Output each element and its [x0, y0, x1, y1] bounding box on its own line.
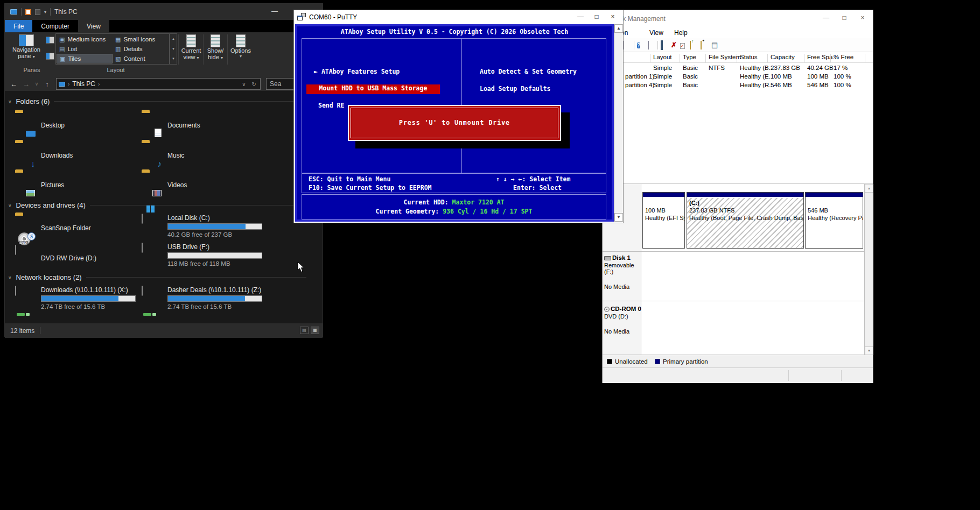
check-document-icon[interactable]: ✓	[680, 41, 685, 49]
menu-item-features[interactable]: ► ATAboy Features Setup	[314, 68, 400, 75]
table-row[interactable]: Simple Basic NTFS Healthy (B... 237.83 G…	[603, 64, 873, 73]
layout-small-icons[interactable]: ▦Small icons	[113, 34, 169, 44]
tile-network-x[interactable]: Downloads (\\10.1.10.111) (X:) 2.74 TB f…	[15, 286, 140, 314]
layout-tiles-selected[interactable]: ▣Tiles	[57, 54, 113, 63]
delete-icon[interactable]: ✗	[671, 41, 677, 49]
up-icon[interactable]: ↑	[41, 80, 53, 88]
diskmgmt-titlebar[interactable]: Disk Management — □ ×	[603, 10, 873, 27]
maximize-button[interactable]: □	[589, 10, 605, 24]
separator	[40, 327, 40, 334]
tile-usb-drive[interactable]: USB Drive (F:) 118 MB free of 118 MB	[142, 243, 267, 271]
breadcrumb[interactable]: This PC	[72, 80, 95, 88]
scroll-up-icon[interactable]: ▲	[614, 24, 623, 33]
minimize-button[interactable]: —	[572, 10, 589, 24]
recent-locations-icon[interactable]: ∨	[33, 81, 40, 87]
tile-downloads[interactable]: ↓ Downloads	[15, 143, 140, 171]
devices-section-header[interactable]: ∨ Devices and drives (4)	[8, 201, 310, 209]
layout-content[interactable]: ▧Content	[113, 54, 169, 63]
col-type[interactable]: Type	[683, 54, 696, 60]
tile-videos[interactable]: Videos	[142, 172, 267, 200]
gallery-more-icon[interactable]: ▼	[170, 54, 177, 64]
scroll-down-icon[interactable]: ▼	[865, 346, 873, 355]
col-capacity[interactable]: Capacity	[771, 54, 795, 60]
putty-titlebar[interactable]: COM60 - PuTTY — □ ×	[294, 10, 623, 24]
scroll-down-icon[interactable]: ▼	[614, 213, 623, 222]
terminal-screen[interactable]: ATAboy Setup Utility V 0.5 - Copyright (…	[295, 24, 614, 222]
rescan-icon[interactable]	[661, 41, 663, 49]
layout-details[interactable]: ▥Details	[113, 44, 169, 54]
tile-network-z[interactable]: Dasher Deals (\\10.1.10.111) (Z:) 2.74 T…	[142, 286, 267, 314]
layout-medium-icons[interactable]: ▣Medium icons	[57, 34, 113, 44]
col-status[interactable]: Status	[740, 54, 758, 60]
disk1-label[interactable]: Disk 1 Removable (F:) No Media	[603, 252, 641, 301]
desktop: ▾ This PC — File Computer View Navigatio…	[0, 0, 980, 510]
console-tree-icon[interactable]	[648, 41, 649, 49]
details-pane-button[interactable]	[46, 53, 54, 60]
table-row[interactable]: partition 1) Simple Basic Healthy (E... …	[603, 73, 873, 81]
new-folder-icon[interactable]	[35, 9, 40, 15]
diskmgmt-status-bar	[603, 367, 873, 383]
tile-documents[interactable]: Documents	[142, 112, 267, 140]
close-button[interactable]: ×	[605, 10, 621, 24]
explorer-titlebar[interactable]: ▾ This PC —	[5, 4, 323, 20]
minimize-button[interactable]: —	[267, 4, 283, 20]
network-section-header[interactable]: ∨ Network locations (2)	[8, 273, 310, 281]
menu-item-autodetect[interactable]: Auto Detect & Set Geometry	[480, 68, 577, 75]
cdrom-label[interactable]: CD-ROM 0 DVD (D:) No Media	[603, 301, 641, 355]
gallery-scrollbar[interactable]: ▲ ▼ ▼	[170, 33, 177, 65]
menu-item-defaults[interactable]: Load Setup Defaults	[480, 85, 551, 93]
show-hide-button[interactable]: Show/ hide ▾	[205, 34, 226, 60]
col-pctfree[interactable]: % Free	[834, 54, 853, 60]
tab-computer[interactable]: Computer	[32, 20, 78, 32]
tile-pictures[interactable]: Pictures	[15, 172, 140, 200]
tab-file[interactable]: File	[5, 20, 32, 32]
tile-scansnap[interactable]: S ScanSnap Folder	[15, 215, 140, 243]
properties-icon[interactable]	[25, 9, 31, 15]
forward-icon[interactable]: →	[20, 80, 32, 88]
qat-customize-icon[interactable]: ▾	[44, 10, 46, 15]
menu-help[interactable]: Help	[674, 29, 688, 37]
properties-icon[interactable]: ▤	[711, 41, 718, 49]
layout-list[interactable]: ▤List	[57, 44, 113, 54]
computer-icon[interactable]	[10, 9, 17, 15]
navigation-pane-button[interactable]: Navigation pane ▾	[9, 34, 44, 59]
tile-dvd-drive[interactable]: DVD DVD RW Drive (D:)	[15, 245, 140, 273]
back-icon[interactable]: ←	[8, 80, 19, 88]
maximize-button[interactable]: □	[835, 12, 853, 24]
menu-item-mount-selected[interactable]: Mount HDD to USB Mass Storage	[306, 84, 440, 94]
address-dropdown-icon[interactable]: ∨	[240, 81, 247, 87]
tile-local-disk-c[interactable]: Local Disk (C:) 40.2 GB free of 237 GB	[142, 214, 267, 242]
partition-c-selected[interactable]: (C:) 237.83 GB NTFS Healthy (Boot, Page …	[687, 192, 804, 249]
details-view-icon[interactable]: ▤	[300, 327, 309, 334]
menu-item-send[interactable]: Send RE	[318, 102, 344, 109]
address-input[interactable]: › This PC › ∨ ↻	[56, 78, 261, 90]
collapse-icon[interactable]: ∨	[8, 203, 12, 208]
folder-up-icon[interactable]: ↑	[690, 41, 691, 49]
close-button[interactable]: ×	[853, 12, 872, 24]
col-layout[interactable]: Layout	[653, 54, 672, 60]
menu-view[interactable]: View	[649, 29, 663, 37]
current-view-button[interactable]: Current view ▾	[180, 34, 202, 60]
scroll-up-icon[interactable]: ▲	[865, 184, 873, 193]
collapse-icon[interactable]: ∨	[8, 99, 12, 104]
options-button[interactable]: Options ▾	[229, 34, 253, 59]
partition-efi[interactable]: 100 MB Healthy (EFI Systen	[642, 192, 685, 249]
terminal-scrollbar[interactable]: ▲ ▼	[614, 24, 623, 222]
tab-view[interactable]: View	[78, 20, 109, 32]
table-row[interactable]: partition 4) Simple Basic Healthy (R... …	[603, 81, 873, 90]
tiles-view-icon[interactable]: ▦	[311, 327, 319, 334]
folders-section-header[interactable]: ∨ Folders (6)	[8, 97, 310, 105]
scroll-down-icon[interactable]: ▼	[170, 44, 177, 54]
refresh-icon[interactable]: ↻	[250, 81, 258, 87]
help-icon[interactable]: ?	[637, 41, 640, 49]
folder-search-icon[interactable]: ●	[701, 41, 702, 49]
scroll-up-icon[interactable]: ▲	[170, 34, 177, 44]
tile-desktop[interactable]: Desktop	[15, 112, 140, 140]
minimize-button[interactable]: —	[817, 12, 835, 24]
partition-recovery[interactable]: 546 MB Healthy (Recovery Partition	[805, 192, 863, 249]
collapse-icon[interactable]: ∨	[8, 275, 12, 280]
tile-music[interactable]: ♪ Music	[142, 143, 267, 171]
graph-scrollbar[interactable]: ▲ ▼	[864, 184, 873, 355]
partition-color-strip	[806, 193, 863, 198]
preview-pane-button[interactable]	[46, 37, 54, 44]
